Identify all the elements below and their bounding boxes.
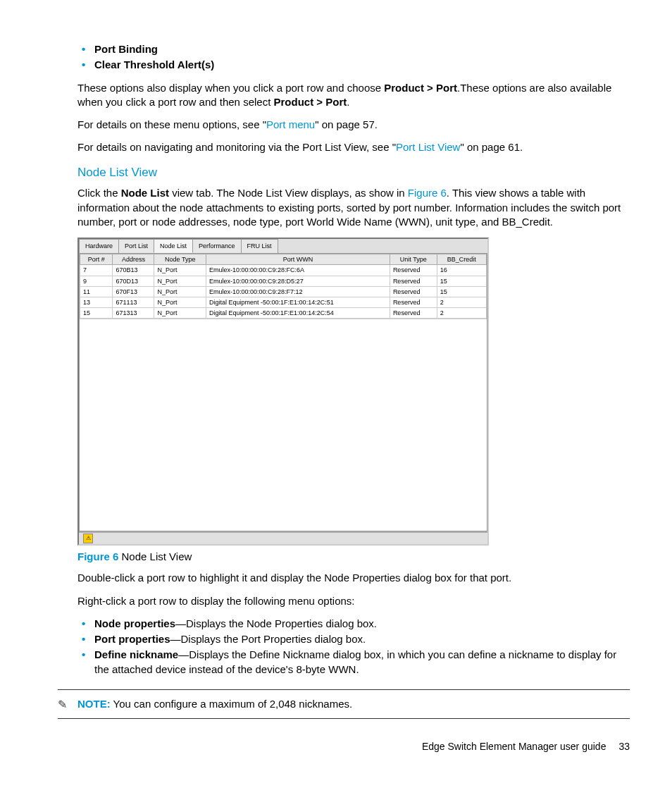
grid: Port #AddressNode TypePort WWNUnit TypeB… bbox=[79, 253, 487, 531]
tab-port-list[interactable]: Port List bbox=[118, 239, 154, 253]
column-header[interactable]: Port # bbox=[80, 254, 113, 265]
warning-icon: ⚠ bbox=[83, 534, 93, 543]
column-header[interactable]: Unit Type bbox=[390, 254, 437, 265]
note-text: You can configure a maximum of 2,048 nic… bbox=[111, 698, 353, 710]
tab-hardware[interactable]: Hardware bbox=[79, 239, 119, 253]
paragraph: These options also display when you clic… bbox=[77, 81, 630, 110]
figure-node-list-view: HardwarePort ListNode ListPerformanceFRU… bbox=[77, 238, 489, 546]
table-row[interactable]: 7670B13N_PortEmulex-10:00:00:00:C9:28:FC… bbox=[80, 265, 487, 276]
status-bar: ⚠ bbox=[79, 531, 487, 544]
column-header[interactable]: Node Type bbox=[154, 254, 206, 265]
link-figure-6[interactable]: Figure 6 bbox=[408, 187, 447, 199]
paragraph: For details on navigating and monitoring… bbox=[77, 140, 630, 154]
column-header[interactable]: Address bbox=[113, 254, 154, 265]
page-footer: Edge Switch Element Manager user guide 3… bbox=[77, 740, 630, 753]
footer-page-number: 33 bbox=[618, 740, 630, 753]
list-item: Port Binding bbox=[94, 42, 630, 56]
list-item: Clear Threshold Alert(s) bbox=[94, 58, 630, 72]
table-row[interactable]: 13671113N_PortDigital Equipment -50:00:1… bbox=[80, 297, 487, 307]
paragraph: For details on these menu options, see "… bbox=[77, 118, 630, 132]
list-item: Define nickname—Displays the Define Nick… bbox=[94, 648, 630, 677]
bullet-text: Port Binding bbox=[94, 43, 158, 55]
tab-performance[interactable]: Performance bbox=[192, 239, 242, 253]
footer-title: Edge Switch Element Manager user guide bbox=[422, 740, 606, 753]
heading-node-list-view: Node List View bbox=[77, 165, 630, 181]
note-block: ✎ NOTE: You can configure a maximum of 2… bbox=[58, 689, 630, 719]
link-port-menu[interactable]: Port menu bbox=[266, 118, 315, 130]
tab-node-list[interactable]: Node List bbox=[154, 239, 193, 253]
link-port-list-view[interactable]: Port List View bbox=[396, 141, 460, 153]
table-row[interactable]: 11670F13N_PortEmulex-10:00:00:00:C9:28:F… bbox=[80, 286, 487, 297]
list-item: Node properties—Displays the Node Proper… bbox=[94, 617, 630, 631]
note-icon: ✎ bbox=[58, 697, 70, 710]
column-header[interactable]: BB_Credit bbox=[437, 254, 486, 265]
note-label: NOTE: bbox=[77, 698, 111, 710]
figure-caption: Figure 6 Node List View bbox=[77, 550, 630, 564]
column-header[interactable]: Port WWN bbox=[206, 254, 390, 265]
top-bullet-list: Port Binding Clear Threshold Alert(s) bbox=[77, 42, 630, 73]
table-row[interactable]: 9670D13N_PortEmulex-10:00:00:00:C9:28:D5… bbox=[80, 276, 487, 286]
list-item: Port properties—Displays the Port Proper… bbox=[94, 632, 630, 646]
paragraph: Right-click a port row to display the fo… bbox=[77, 594, 630, 608]
tab-fru-list[interactable]: FRU List bbox=[241, 239, 278, 253]
grid-header-row: Port #AddressNode TypePort WWNUnit TypeB… bbox=[80, 254, 487, 265]
menu-options-list: Node properties—Displays the Node Proper… bbox=[77, 617, 630, 677]
grid-empty-area bbox=[80, 319, 487, 531]
paragraph: Double-click a port row to highlight it … bbox=[77, 571, 630, 585]
table-row[interactable]: 15671313N_PortDigital Equipment -50:00:1… bbox=[80, 308, 487, 319]
paragraph: Click the Node List view tab. The Node L… bbox=[77, 186, 630, 229]
tab-row: HardwarePort ListNode ListPerformanceFRU… bbox=[79, 239, 487, 253]
bullet-text: Clear Threshold Alert(s) bbox=[94, 58, 214, 70]
